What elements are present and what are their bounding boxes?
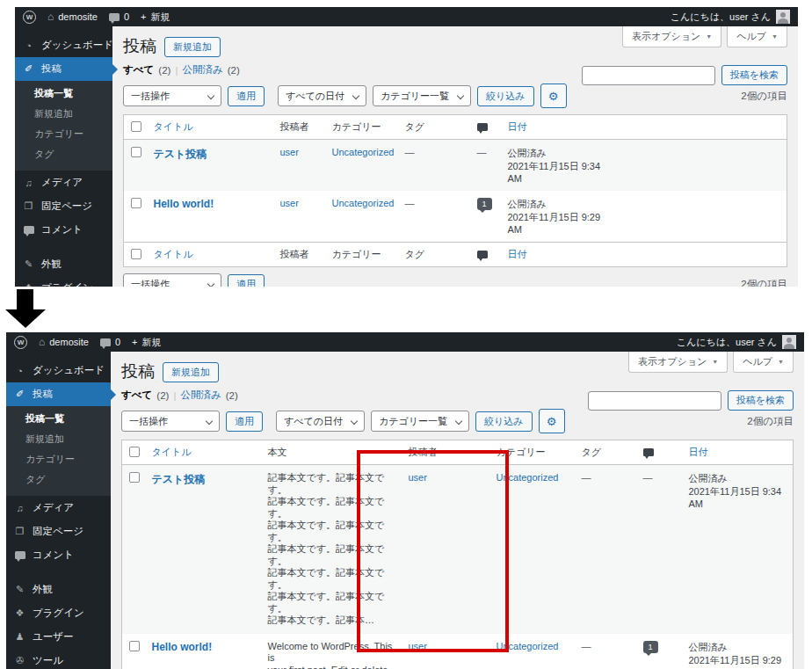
category-link[interactable]: Uncategorized	[497, 472, 559, 483]
wordpress-logo-icon[interactable]: W	[14, 336, 27, 349]
view-all-link[interactable]: すべて	[123, 63, 154, 76]
select-all-checkbox[interactable]	[129, 447, 140, 457]
row-checkbox[interactable]	[131, 198, 141, 208]
avatar[interactable]	[782, 335, 796, 349]
sidebar-item-appearance[interactable]: ✎ 外観	[15, 252, 112, 276]
post-title-link[interactable]: Hello world!	[154, 198, 214, 210]
bulk-action-select[interactable]: 一括操作	[121, 411, 220, 432]
select-all-checkbox[interactable]	[131, 121, 141, 132]
view-published-link[interactable]: 公開済み	[180, 389, 221, 402]
author-link[interactable]: user	[409, 472, 427, 483]
view-published-link[interactable]: 公開済み	[182, 63, 222, 76]
post-title-link[interactable]: Hello world!	[152, 641, 213, 653]
header-title[interactable]: タイトル	[147, 243, 273, 267]
gear-button[interactable]: ⚙	[540, 84, 567, 108]
post-status: 公開済み	[689, 641, 787, 654]
sidebar-item-posts[interactable]: ✐ 投稿	[6, 382, 111, 406]
sidebar-item-appearance[interactable]: ✎ 外観	[6, 578, 111, 601]
header-title[interactable]: タイトル	[147, 115, 273, 140]
view-all-link[interactable]: すべて	[121, 389, 152, 402]
media-icon: ♫	[23, 178, 34, 188]
submenu-categories[interactable]: カテゴリー	[6, 449, 111, 469]
adminbar-comments[interactable]: 0	[100, 337, 120, 347]
comment-count-badge[interactable]: 1	[643, 641, 658, 653]
select-all-checkbox[interactable]	[131, 249, 141, 259]
sidebar-item-users[interactable]: ♟ ユーザー	[6, 625, 111, 649]
chevron-down-icon	[352, 92, 359, 99]
row-checkbox[interactable]	[129, 472, 140, 483]
row-checkbox[interactable]	[131, 147, 141, 157]
site-name-menu[interactable]: ⌂ demosite	[39, 337, 89, 347]
search-posts-button[interactable]: 投稿を検索	[728, 390, 794, 411]
search-input[interactable]	[588, 391, 721, 411]
view-all-count: (2)	[158, 65, 170, 76]
sidebar-item-media[interactable]: ♫ メディア	[15, 171, 112, 194]
greeting-link[interactable]: こんにちは、user さん	[677, 336, 777, 349]
search-posts-button[interactable]: 投稿を検索	[721, 65, 787, 85]
search-input[interactable]	[582, 66, 715, 85]
post-title-link[interactable]: テスト投稿	[154, 148, 207, 160]
header-date[interactable]: 日付	[501, 243, 787, 267]
submenu-tags[interactable]: タグ	[6, 469, 111, 490]
figure-canvas: W ⌂ demosite 0 + 新規 こんにちは、user さん ◔	[0, 0, 812, 669]
apply-button[interactable]: 適用	[228, 86, 265, 106]
category-filter-select[interactable]: カテゴリー一覧	[371, 411, 469, 432]
author-link[interactable]: user	[280, 147, 299, 157]
add-new-button[interactable]: 新規追加	[163, 362, 219, 382]
date-filter-select[interactable]: すべての日付	[278, 85, 366, 106]
apply-button[interactable]: 適用	[228, 274, 265, 287]
row-checkbox[interactable]	[129, 641, 140, 651]
screen-options-tab[interactable]: 表示オプション ▼	[622, 26, 721, 47]
filter-button[interactable]: 絞り込み	[475, 411, 533, 432]
help-tab[interactable]: ヘルプ ▼	[727, 26, 787, 47]
submenu-all-posts[interactable]: 投稿一覧	[15, 84, 112, 104]
sidebar-item-pages[interactable]: ❐ 固定ページ	[6, 520, 111, 543]
admin-bar: W ⌂ demosite 0 + 新規 こんにちは、user さん	[6, 332, 804, 352]
help-tab[interactable]: ヘルプ ▼	[733, 352, 794, 373]
header-date[interactable]: 日付	[501, 115, 787, 140]
submenu-all-posts[interactable]: 投稿一覧	[6, 409, 111, 429]
add-new-button[interactable]: 新規追加	[164, 37, 221, 57]
header-title[interactable]: タイトル	[145, 440, 261, 465]
table-row: Hello world! user Uncategorized — 1 公開済み…	[124, 191, 787, 243]
sidebar-label: 外観	[33, 583, 53, 596]
date-filter-select[interactable]: すべての日付	[276, 411, 365, 432]
sidebar-item-plugins[interactable]: ❖ プラグイン	[15, 276, 112, 287]
avatar[interactable]	[776, 10, 790, 24]
submenu-categories[interactable]: カテゴリー	[15, 124, 112, 144]
adminbar-comments[interactable]: 0	[109, 11, 129, 22]
screen-options-tab[interactable]: 表示オプション ▼	[628, 352, 728, 373]
category-filter-select[interactable]: カテゴリー一覧	[373, 85, 471, 106]
category-link[interactable]: Uncategorized	[332, 147, 395, 157]
bulk-action-select[interactable]: 一括操作	[123, 85, 221, 106]
sidebar-item-media[interactable]: ♫ メディア	[6, 496, 111, 520]
comment-count-badge[interactable]: 1	[477, 198, 492, 210]
author-link[interactable]: user	[280, 198, 299, 208]
submenu-tags[interactable]: タグ	[15, 144, 112, 164]
submenu-add-new[interactable]: 新規追加	[15, 104, 112, 124]
wordpress-logo-icon[interactable]: W	[23, 11, 36, 24]
submenu-add-new[interactable]: 新規追加	[6, 429, 111, 449]
adminbar-new[interactable]: + 新規	[141, 11, 170, 24]
adminbar-new[interactable]: + 新規	[132, 336, 161, 349]
apply-button[interactable]: 適用	[226, 411, 263, 432]
sidebar-item-dashboard[interactable]: ◔ ダッシュボード	[15, 33, 112, 57]
sidebar-item-comments[interactable]: コメント	[6, 543, 111, 567]
site-name-menu[interactable]: ⌂ demosite	[47, 11, 98, 22]
category-link[interactable]: Uncategorized	[497, 641, 559, 651]
bulk-action-select[interactable]: 一括操作	[123, 273, 221, 287]
pin-icon: ✐	[14, 389, 25, 400]
sidebar-item-dashboard[interactable]: ◔ ダッシュボード	[6, 359, 111, 382]
author-link[interactable]: user	[409, 641, 427, 651]
post-title-link[interactable]: テスト投稿	[152, 473, 206, 485]
category-link[interactable]: Uncategorized	[332, 198, 395, 208]
sidebar-item-tools[interactable]: ✇ ツール	[6, 649, 111, 669]
sidebar-item-pages[interactable]: ❐ 固定ページ	[15, 194, 112, 218]
sidebar-item-posts[interactable]: ✐ 投稿	[15, 57, 112, 81]
header-date[interactable]: 日付	[682, 440, 794, 465]
sidebar-item-comments[interactable]: コメント	[15, 218, 112, 242]
gear-button[interactable]: ⚙	[539, 409, 565, 433]
filter-button[interactable]: 絞り込み	[477, 86, 534, 106]
sidebar-item-plugins[interactable]: ❖ プラグイン	[6, 601, 111, 625]
greeting-link[interactable]: こんにちは、user さん	[671, 11, 771, 24]
